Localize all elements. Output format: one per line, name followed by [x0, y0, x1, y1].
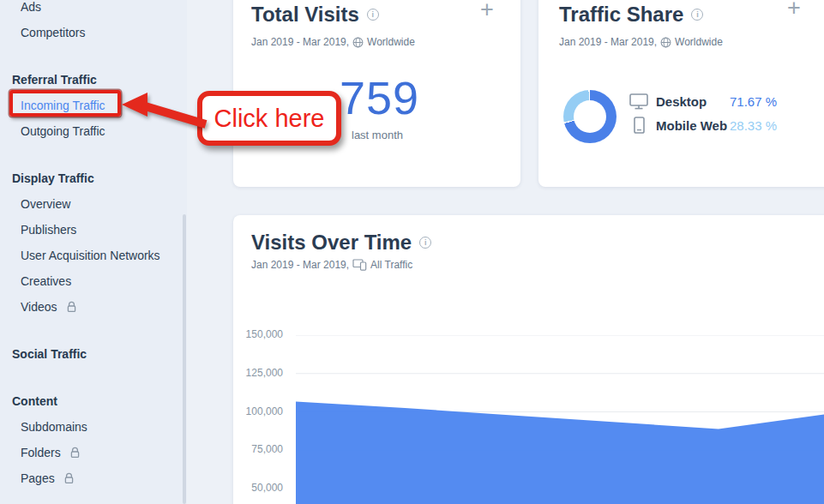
- sidebar-label: Social Traffic: [12, 347, 87, 361]
- sidebar-item-outgoing-traffic[interactable]: Outgoing Traffic: [0, 118, 187, 144]
- visits-over-time-title: Visits Over Time: [251, 231, 412, 254]
- annotation-callout: Click here: [197, 91, 341, 146]
- visits-over-time-card: Visits Over Time i Jan 2019 - Mar 2019, …: [233, 215, 824, 504]
- sidebar-item-videos[interactable]: Videos: [0, 294, 187, 320]
- add-widget-button[interactable]: +: [787, 0, 801, 19]
- sidebar-label: Ads: [21, 0, 41, 14]
- legend-row-desktop: Desktop 71.67 %: [629, 89, 777, 113]
- date-range: Jan 2019 - Mar 2019,: [251, 36, 349, 48]
- sidebar-label: Outgoing Traffic: [21, 124, 105, 138]
- sidebar-section-display-traffic: Display Traffic: [0, 165, 187, 191]
- sidebar-label: Display Traffic: [12, 171, 94, 185]
- analytics-dashboard: AdsCompetitorsReferral TrafficIncoming T…: [0, 0, 824, 504]
- sidebar: AdsCompetitorsReferral TrafficIncoming T…: [0, 0, 187, 504]
- sidebar-label: Folders: [21, 446, 61, 459]
- all-traffic-devices-icon: [352, 259, 367, 271]
- sidebar-label: Content: [12, 394, 57, 408]
- total-visits-caption: last month: [352, 129, 403, 141]
- lock-icon: [63, 472, 75, 484]
- traffic-share-card: Traffic Share i Jan 2019 - Mar 2019, Wor…: [538, 0, 824, 187]
- card-subtitle: Jan 2019 - Mar 2019, Worldwide: [559, 36, 824, 48]
- traffic-share-title: Traffic Share: [559, 3, 683, 26]
- y-axis-tick: 100,000: [233, 405, 283, 417]
- sidebar-label: Subdomains: [21, 420, 87, 434]
- y-axis-tick: 75,000: [233, 443, 283, 455]
- card-subtitle: Jan 2019 - Mar 2019, All Traffic: [251, 259, 824, 271]
- legend-label: Desktop: [656, 94, 730, 109]
- sidebar-item-creatives[interactable]: Creatives: [0, 268, 187, 294]
- sidebar-label: Overview: [21, 197, 70, 211]
- sidebar-label: User Acquisition Networks: [21, 249, 160, 262]
- sidebar-label: Competitors: [21, 26, 85, 39]
- traffic-share-donut-chart: [563, 90, 616, 143]
- sidebar-section-content: Content: [0, 388, 187, 414]
- total-visits-value: 759: [340, 74, 419, 122]
- sidebar-item-publishers[interactable]: Publishers: [0, 217, 187, 243]
- mobile-icon: [629, 117, 649, 134]
- info-icon[interactable]: i: [367, 9, 379, 21]
- sidebar-item-subdomains[interactable]: Subdomains: [0, 414, 187, 440]
- sidebar-item-incoming-traffic[interactable]: Incoming Traffic: [0, 93, 187, 118]
- y-axis-tick: 50,000: [233, 482, 283, 494]
- scope-label: Worldwide: [367, 36, 415, 48]
- date-range: Jan 2019 - Mar 2019,: [251, 259, 349, 271]
- add-widget-button[interactable]: +: [480, 0, 494, 21]
- y-axis-tick: 150,000: [233, 328, 283, 340]
- visits-area-chart: [296, 335, 824, 504]
- info-icon[interactable]: i: [419, 237, 431, 249]
- legend-value: 28.33 %: [730, 118, 777, 133]
- sidebar-section-social-traffic: Social Traffic: [0, 341, 187, 367]
- sidebar-item-overview[interactable]: Overview: [0, 191, 187, 217]
- card-subtitle: Jan 2019 - Mar 2019, Worldwide: [251, 36, 520, 48]
- sidebar-scrollbar-thumb[interactable]: [183, 214, 186, 504]
- scope-label: All Traffic: [370, 259, 412, 271]
- legend-value: 71.67 %: [730, 94, 777, 109]
- card-title: Traffic Share i: [559, 3, 824, 26]
- sidebar-item-user-acquisition-networks[interactable]: User Acquisition Networks: [0, 243, 187, 268]
- card-title: Visits Over Time i: [251, 231, 824, 254]
- info-icon[interactable]: i: [691, 9, 703, 21]
- sidebar-item-ads[interactable]: Ads: [0, 0, 187, 20]
- sidebar-section-referral-traffic: Referral Traffic: [0, 67, 187, 93]
- sidebar-label: Referral Traffic: [12, 73, 97, 87]
- globe-icon: [352, 37, 364, 48]
- scope-label: Worldwide: [675, 36, 723, 48]
- total-visits-title: Total Visits: [251, 3, 359, 26]
- sidebar-label: Publishers: [21, 223, 76, 237]
- legend-row-mobile: Mobile Web 28.33 %: [629, 113, 777, 137]
- sidebar-label: Pages: [21, 471, 55, 485]
- donut-hole: [574, 100, 606, 133]
- sidebar-label: Creatives: [21, 274, 71, 288]
- sidebar-nav: AdsCompetitorsReferral TrafficIncoming T…: [0, 0, 187, 491]
- traffic-share-legend: Desktop 71.67 % Mobile Web 28.33 %: [629, 89, 777, 137]
- desktop-icon: [629, 93, 649, 110]
- legend-label: Mobile Web: [656, 118, 730, 133]
- sidebar-label: Videos: [21, 300, 57, 314]
- sidebar-item-competitors[interactable]: Competitors: [0, 20, 187, 45]
- annotation-callout-label: Click here: [214, 105, 325, 133]
- globe-icon: [660, 37, 671, 48]
- date-range: Jan 2019 - Mar 2019,: [559, 36, 657, 48]
- sidebar-label: Incoming Traffic: [21, 99, 105, 112]
- y-axis-tick: 125,000: [233, 367, 283, 379]
- sidebar-item-pages[interactable]: Pages: [0, 465, 187, 491]
- lock-icon: [69, 447, 81, 459]
- sidebar-item-folders[interactable]: Folders: [0, 440, 187, 465]
- lock-icon: [66, 301, 77, 313]
